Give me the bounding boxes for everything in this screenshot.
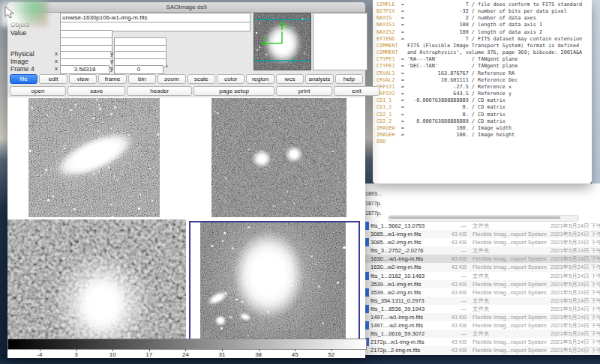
file-date: 2021年5月24日 下午: [550, 230, 600, 238]
file-date: 2021年5月24日 下午: [550, 255, 600, 263]
finder-file-row[interactable]: fits_1...8536_39.1943—文件夹2021年5月24日 下午: [363, 305, 600, 313]
star-point: [98, 171, 100, 172]
magnifier-panel[interactable]: N E: [254, 13, 311, 70]
file-date: 2021年5月24日 下午: [550, 263, 600, 271]
fits-header-line: COMMENT and Astrophysics', volume 376, p…: [376, 49, 590, 56]
colorbar-tick-label: 38: [248, 351, 270, 358]
finder-file-row[interactable]: fits_1...5662_13.0753—文件夹2021年5月24日 下午: [363, 222, 600, 230]
ds9-colorbar[interactable]: [8, 339, 367, 350]
fits-header-line: END: [376, 139, 590, 145]
finder-partial-filename[interactable]: 1877p.: [365, 210, 381, 216]
finder-scrollbar-thumb[interactable]: [389, 216, 560, 219]
file-name: 1630...-w1-img-m.fits: [370, 255, 442, 263]
compass-north-label: N: [285, 24, 289, 29]
file-name: fits_354.1311_0.2973: [370, 297, 442, 305]
star-point: [270, 105, 271, 106]
file-kind: Flexible Imag...nsport System: [472, 288, 550, 297]
fits-header-line: IMAGEW = 100. / Image width: [376, 125, 590, 132]
menu-zoom[interactable]: zoom: [158, 74, 185, 84]
menu-view[interactable]: view: [69, 74, 97, 84]
menu-frame[interactable]: frame: [98, 74, 126, 84]
file-size: 43 KB: [435, 338, 466, 346]
star-point: [138, 207, 140, 210]
submenu-header[interactable]: header: [127, 86, 192, 96]
file-kind: Flexible Imag...nsport System: [472, 313, 550, 321]
fits-header-line: CRVAL1 = 163.876767 / Reference RA: [376, 70, 590, 77]
panner-panel[interactable]: [313, 13, 368, 70]
submenu-exit[interactable]: exit: [334, 86, 380, 96]
file-size: 43 KB: [435, 288, 466, 297]
star-point: [218, 173, 219, 174]
file-size: —: [435, 222, 466, 230]
image-frame-2[interactable]: [212, 98, 346, 217]
finder-file-row[interactable]: 2172p...2-img-m.fits43 KBFlexible Imag..…: [363, 346, 600, 354]
finder-file-row[interactable]: 3085...w1-img-m.fits43 KBFlexible Imag..…: [363, 230, 600, 238]
finder-file-row[interactable]: fits_3...2752_-2.0276—文件夹2021年5月24日 下午: [363, 246, 600, 255]
image-frame-4-selected[interactable]: [200, 222, 346, 342]
star-point: [212, 245, 213, 246]
star-point: [247, 195, 248, 196]
image-label: Image: [10, 58, 28, 65]
finder-horizontal-scrollbar[interactable]: [388, 215, 579, 222]
ds9-file-submenu: opensaveheaderpage setupprintexit: [10, 86, 363, 96]
menu-edit[interactable]: edit: [39, 74, 67, 84]
ds9-titlebar[interactable]: SAOImage ds9: [8, 2, 365, 13]
file-size: —: [435, 305, 466, 313]
screen: 1893... 1877p. 1877p. fits_1...5662_13.0…: [0, 0, 600, 364]
star-point: [47, 199, 50, 201]
file-kind: Flexible Imag...nsport System: [472, 346, 550, 354]
star-point: [73, 169, 74, 170]
menu-scale[interactable]: scale: [188, 74, 215, 84]
submenu-print[interactable]: print: [276, 86, 332, 96]
submenu-open[interactable]: open: [10, 86, 66, 96]
file-name: 2172p...2-img-m.fits: [370, 346, 442, 354]
finder-file-row[interactable]: 1630...w2-img-m.fits43 KBFlexible Imag..…: [363, 263, 600, 271]
finder-file-row[interactable]: 1497...-w2-img-m.fits43 KBFlexible Imag.…: [363, 321, 600, 330]
frame-x-field[interactable]: 3.58318: [60, 65, 110, 74]
menu-help[interactable]: help: [335, 74, 363, 84]
file-name: 3085...w2-img-m.fits: [370, 238, 442, 246]
star-point: [256, 291, 259, 293]
star-point: [232, 247, 234, 249]
file-size: 43 KB: [435, 280, 466, 288]
finder-file-row[interactable]: 3539...w2-img-m.fits43 KBFlexible Imag..…: [363, 288, 600, 297]
colorbar-tick-label: 3: [65, 351, 88, 358]
finder-file-row[interactable]: 1630...-w1-img-m.fits43 KBFlexible Imag.…: [363, 255, 600, 263]
frame-angle-field[interactable]: 0: [114, 65, 164, 74]
finder-partial-filename[interactable]: 1893...: [365, 191, 381, 196]
image-frame-3[interactable]: [8, 219, 186, 344]
finder-file-row[interactable]: 3085...w2-img-m.fits43 KBFlexible Imag..…: [363, 238, 600, 246]
finder-file-row[interactable]: fits_1...0162_10.1483—文件夹2021年5月24日 下午: [363, 272, 600, 280]
file-name: 3085...w1-img-m.fits: [370, 230, 442, 238]
submenu-page-setup[interactable]: page setup: [194, 86, 274, 96]
menu-analysis[interactable]: analysis: [305, 74, 333, 84]
fits-header-line: COMMENT FITS (Flexible Image Transport S…: [376, 43, 590, 49]
file-size: 43 KB: [435, 238, 466, 246]
file-name: 1630...w2-img-m.fits: [370, 263, 442, 271]
star-point: [304, 53, 305, 55]
finder-file-row[interactable]: 3539...w1-img-m.fits43 KBFlexible Imag..…: [363, 280, 600, 288]
finder-window: 1893... 1877p. 1877p. fits_1...5662_13.0…: [363, 183, 600, 355]
finder-partial-filename[interactable]: 1877p.: [365, 201, 381, 206]
image-frame-1[interactable]: [28, 98, 160, 217]
star-point: [310, 255, 312, 257]
finder-file-row[interactable]: fits_354.1311_0.2973—文件夹2021年5月24日 下午: [363, 297, 600, 305]
menu-bin[interactable]: bin: [128, 74, 156, 84]
mouse-cursor-icon: [4, 6, 15, 19]
physical-y-label: y: [110, 50, 113, 57]
file-name: fits_3...2752_-2.0276: [370, 246, 442, 255]
fits-header-line: IMAGEH = 100. / Image height: [376, 132, 590, 139]
finder-file-row[interactable]: fits_1...0616_59.3072—文件夹2021年5月24日 下午: [363, 330, 600, 338]
finder-file-row[interactable]: 1497...-w1-img-m.fits43 KBFlexible Imag.…: [363, 313, 600, 321]
menu-wcs[interactable]: wcs: [276, 74, 304, 84]
star-point: [267, 42, 268, 43]
star-point: [256, 55, 256, 55]
fits-header-line: CTYPE1 = 'RA---TAN' / TANgent plane: [376, 56, 590, 63]
fits-header-line: CRVAL2 = 10.601111 / Reference Dec: [376, 77, 590, 84]
file-kind: 文件夹: [472, 305, 550, 313]
menu-region[interactable]: region: [246, 74, 274, 84]
submenu-save[interactable]: save: [68, 86, 125, 96]
menu-color[interactable]: color: [217, 74, 244, 84]
menu-file[interactable]: file: [10, 74, 38, 84]
finder-file-row[interactable]: 2172p...w1-img-m.fits43 KBFlexible Imag.…: [363, 338, 600, 346]
